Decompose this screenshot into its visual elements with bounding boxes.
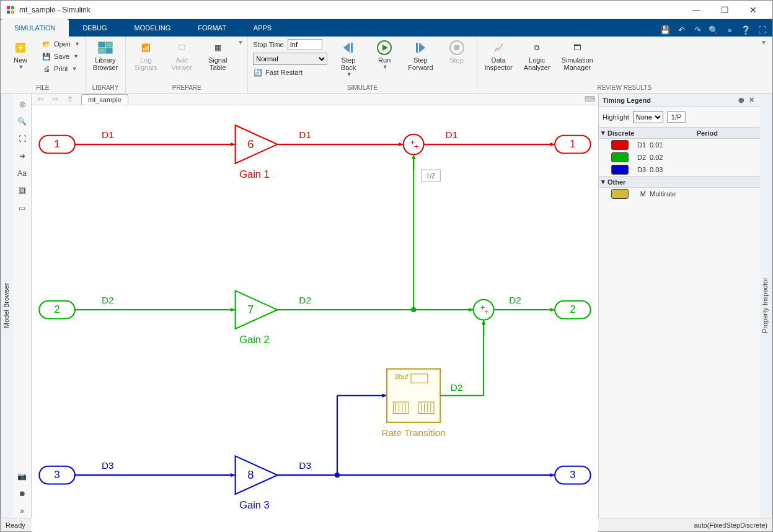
- svg-text:2: 2: [55, 303, 60, 315]
- zoom-icon[interactable]: 🔍: [15, 115, 29, 128]
- svg-rect-11: [416, 43, 418, 53]
- open-button[interactable]: 📂Open▼: [39, 38, 82, 50]
- ribbon-group-file: New▼ 📂Open▼ 💾Save▼ 🖨Print▼ FILE: [1, 37, 86, 93]
- fit-icon[interactable]: ⛶: [15, 132, 29, 146]
- image-icon[interactable]: 🖼: [15, 184, 29, 198]
- legend-code: D2: [632, 154, 646, 161]
- simulation-mode-select[interactable]: Normal: [253, 53, 327, 65]
- model-canvas[interactable]: 1D16Gain 1D12D27Gain 2D23D38Gain 3D3++D1…: [32, 105, 598, 532]
- data-inspector-button[interactable]: 📈Data Inspector: [480, 38, 518, 74]
- sim-manager-icon: 🗔: [570, 40, 585, 55]
- tab-format[interactable]: FORMAT: [184, 19, 240, 37]
- highlight-label: Highlight: [603, 113, 629, 121]
- save-button[interactable]: 💾Save▼: [39, 50, 82, 63]
- close-button[interactable]: ✕: [739, 1, 767, 19]
- step-forward-button[interactable]: Step Forward: [403, 38, 438, 74]
- legend-title: Timing Legend: [603, 97, 651, 104]
- stop-time-input[interactable]: [288, 39, 322, 50]
- ribbon-group-simulate: Stop Time Normal 🔄Fast Restart Step Back…: [248, 37, 477, 93]
- svg-text:1/Z: 1/Z: [426, 173, 436, 180]
- tab-simulation[interactable]: SIMULATION: [1, 19, 69, 37]
- minimize-button[interactable]: —: [682, 1, 710, 19]
- prepare-dropdown[interactable]: ▾: [236, 38, 245, 46]
- legend-swatch: [611, 189, 629, 199]
- run-button[interactable]: Run▼: [367, 38, 402, 72]
- open-icon: 📂: [42, 39, 51, 49]
- maximize-button[interactable]: ☐: [710, 1, 739, 19]
- legend-table: ▾ Discrete Period D10.01D20.02D30.03 ▾ O…: [599, 127, 760, 200]
- save-icon[interactable]: 💾: [658, 23, 672, 37]
- svg-text:D3: D3: [299, 460, 311, 471]
- undo-icon[interactable]: ↶: [674, 23, 688, 37]
- redo-icon[interactable]: ↷: [691, 23, 704, 37]
- legend-close-icon[interactable]: ✕: [746, 95, 756, 105]
- window-title: mt_sample - Simulink: [19, 6, 682, 14]
- print-button[interactable]: 🖨Print▼: [39, 63, 82, 75]
- signal-table-icon: ▦: [210, 40, 225, 55]
- legend-section-other[interactable]: ▾ Other: [599, 176, 760, 188]
- highlight-select[interactable]: None: [633, 111, 663, 123]
- new-button[interactable]: New▼: [3, 38, 38, 72]
- step-back-button[interactable]: Step Back▼: [331, 38, 366, 80]
- svg-text:Gain 2: Gain 2: [239, 334, 269, 345]
- fit-to-view-icon[interactable]: ◎: [15, 97, 29, 111]
- model-browser-tab[interactable]: Model Browser: [1, 94, 13, 518]
- data-inspector-icon: 📈: [491, 40, 506, 55]
- add-viewer-icon: 🖵: [174, 40, 189, 55]
- model-path-tab[interactable]: mt_sample: [81, 94, 128, 105]
- search-icon[interactable]: 🔍: [707, 23, 720, 37]
- status-solver: auto(FixedStepDiscrete): [694, 521, 767, 529]
- legend-name: Multirate: [650, 190, 676, 198]
- svg-text:Gain 3: Gain 3: [239, 499, 269, 510]
- annotation-icon[interactable]: Aa: [15, 167, 29, 180]
- library-browser-button[interactable]: Library Browser: [88, 38, 123, 74]
- legend-period: 0.01: [650, 141, 663, 149]
- svg-text:3: 3: [55, 469, 60, 480]
- svg-rect-2: [7, 11, 10, 14]
- record-icon[interactable]: ⏺: [15, 487, 29, 500]
- area-icon[interactable]: ▭: [15, 201, 29, 215]
- signal-table-button[interactable]: ▦Signal Table: [200, 38, 235, 74]
- block-diagram: 1D16Gain 1D12D27Gain 2D23D38Gain 3D3++D1…: [32, 105, 598, 532]
- run-icon: [377, 40, 392, 55]
- overflow-icon[interactable]: »: [723, 23, 736, 37]
- legend-row[interactable]: D30.03: [599, 164, 760, 176]
- svg-text:6: 6: [247, 137, 254, 150]
- back-icon[interactable]: ⇦: [34, 94, 46, 105]
- content-area: Model Browser ◎ 🔍 ⛶ ➜ Aa 🖼 ▭ 📷 ⏺ » ⇦ ⇨ ⇧…: [1, 94, 772, 518]
- simulation-manager-button[interactable]: 🗔Simulation Manager: [557, 38, 598, 74]
- stop-time-field: Stop Time: [250, 38, 330, 51]
- tab-modeling[interactable]: MODELING: [121, 19, 185, 37]
- review-dropdown[interactable]: ▾: [758, 38, 769, 46]
- tab-apps[interactable]: APPS: [240, 19, 285, 37]
- legend-pin-icon[interactable]: ◉: [736, 95, 746, 105]
- tab-debug[interactable]: DEBUG: [69, 19, 120, 37]
- property-inspector-tab[interactable]: Property Inspector: [760, 94, 772, 518]
- add-viewer-button[interactable]: 🖵Add Viewer: [164, 38, 199, 74]
- log-signals-button[interactable]: 📶Log Signals: [128, 38, 163, 74]
- keyboard-icon[interactable]: ⌨: [583, 94, 596, 105]
- screenshot-icon[interactable]: 📷: [15, 469, 29, 483]
- app-icon: [6, 5, 15, 15]
- svg-text:3: 3: [570, 469, 575, 480]
- quick-access-toolbar: 💾 ↶ ↷ 🔍 » ❔ ⛶: [658, 23, 772, 37]
- legend-section-discrete[interactable]: ▾ Discrete Period: [599, 127, 760, 139]
- fullscreen-icon[interactable]: ⛶: [755, 23, 769, 37]
- legend-row[interactable]: D10.01: [599, 139, 760, 151]
- help-icon[interactable]: ❔: [739, 23, 753, 37]
- step-back-icon: [341, 40, 356, 55]
- chevron-down-icon: ▾: [601, 178, 605, 186]
- fast-restart-button[interactable]: 🔄Fast Restart: [250, 66, 330, 79]
- overflow-toolbtn[interactable]: »: [15, 504, 29, 518]
- legend-row[interactable]: D20.02: [599, 151, 760, 164]
- legend-period: 0.02: [650, 154, 663, 161]
- logic-analyzer-button[interactable]: ⧉Logic Analyzer: [519, 38, 555, 74]
- svg-rect-3: [11, 11, 14, 14]
- svg-text:D2: D2: [102, 295, 114, 305]
- sample-time-icon[interactable]: ➜: [15, 149, 29, 163]
- stop-button[interactable]: Stop: [440, 38, 474, 66]
- one-over-p-button[interactable]: 1/P: [667, 111, 686, 123]
- forward-icon[interactable]: ⇨: [49, 94, 61, 105]
- legend-row[interactable]: MMultirate: [599, 188, 760, 200]
- up-icon[interactable]: ⇧: [64, 94, 76, 105]
